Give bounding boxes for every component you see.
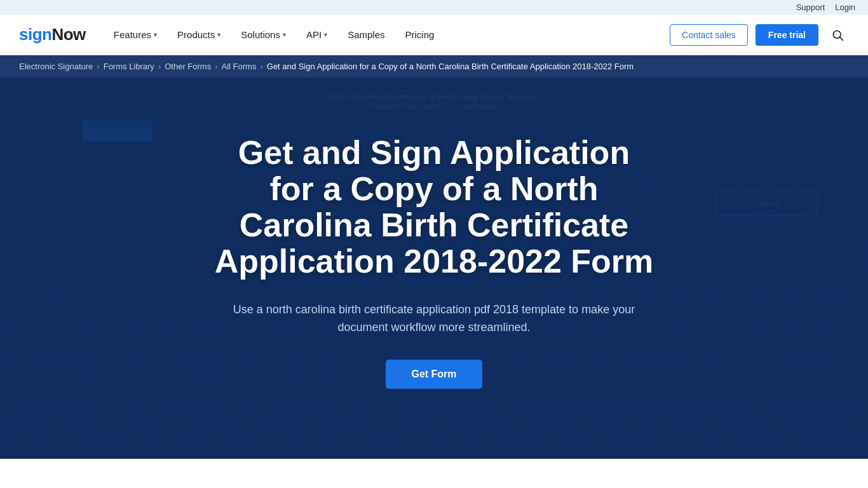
nav-item-samples[interactable]: Samples — [337, 15, 395, 55]
hero-title: Get and Sign Application for a Copy of a… — [212, 135, 656, 280]
nav-label-solutions: Solutions — [241, 29, 280, 40]
main-navbar: signNow Features ▾ Products ▾ Solutions … — [0, 15, 868, 55]
nav-actions: Contact sales Free trial — [670, 24, 849, 46]
chevron-down-icon: ▾ — [154, 31, 157, 38]
breadcrumb-sep-3: › — [215, 62, 217, 71]
breadcrumb-sep-4: › — [260, 62, 262, 71]
nav-label-products: Products — [177, 29, 215, 40]
chevron-down-icon: ▾ — [217, 31, 220, 38]
nav-item-features[interactable]: Features ▾ — [104, 15, 167, 55]
svg-line-1 — [840, 37, 843, 40]
nav-label-samples: Samples — [348, 29, 384, 40]
search-button[interactable] — [826, 24, 849, 46]
breadcrumb-all-forms[interactable]: All Forms — [222, 62, 257, 71]
nav-label-features: Features — [114, 29, 151, 40]
chevron-down-icon: ▾ — [283, 31, 286, 38]
nav-label-api: API — [306, 29, 322, 40]
chevron-down-icon: ▾ — [324, 31, 327, 38]
nav-item-solutions[interactable]: Solutions ▾ — [231, 15, 296, 55]
nav-links: Features ▾ Products ▾ Solutions ▾ API ▾ … — [104, 15, 670, 55]
nav-label-pricing: Pricing — [405, 29, 435, 40]
nav-item-products[interactable]: Products ▾ — [167, 15, 231, 55]
nav-item-pricing[interactable]: Pricing — [395, 15, 445, 55]
nav-item-api[interactable]: API ▾ — [296, 15, 337, 55]
login-link[interactable]: Login — [835, 3, 855, 12]
hero-content: Get and Sign Application for a Copy of a… — [186, 97, 682, 440]
breadcrumb-sep-1: › — [97, 62, 99, 71]
hero-subtitle: Use a north carolina birth certificate a… — [212, 301, 656, 337]
contact-sales-button[interactable]: Contact sales — [670, 24, 748, 46]
breadcrumb: Electronic Signature › Forms Library › O… — [0, 55, 868, 78]
breadcrumb-sep-2: › — [158, 62, 161, 71]
logo-text: signNow — [19, 25, 86, 44]
logo[interactable]: signNow — [19, 25, 86, 44]
breadcrumb-current-page: Get and Sign Application for a Copy of a… — [267, 62, 634, 71]
hero-section: North Carolina Department of Health and … — [0, 78, 868, 459]
breadcrumb-forms-library[interactable]: Forms Library — [104, 62, 154, 71]
free-trial-button[interactable]: Free trial — [756, 24, 818, 46]
breadcrumb-other-forms[interactable]: Other Forms — [165, 62, 211, 71]
support-link[interactable]: Support — [796, 3, 825, 12]
search-icon — [831, 29, 844, 41]
top-utility-bar: Support Login — [0, 0, 868, 15]
get-form-button[interactable]: Get Form — [386, 360, 482, 389]
breadcrumb-electronic-signature[interactable]: Electronic Signature — [19, 62, 93, 71]
